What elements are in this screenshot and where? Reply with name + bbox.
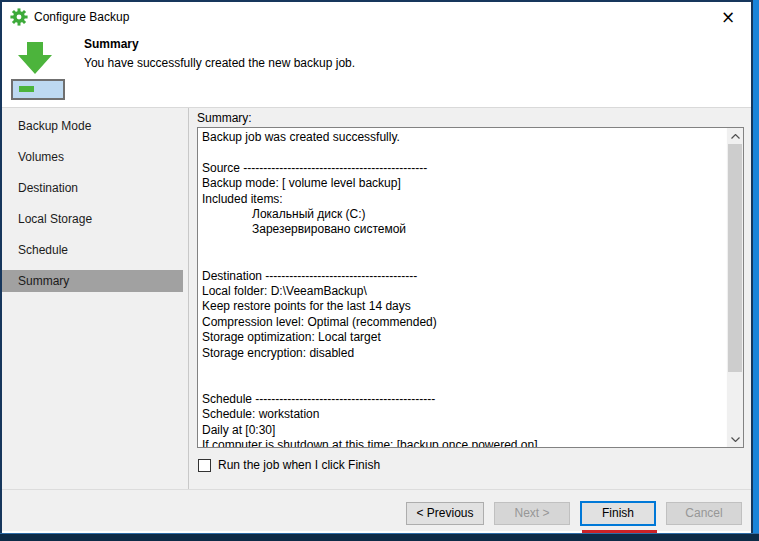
content-area: Backup Mode Volumes Destination Local St… bbox=[2, 107, 751, 531]
sidebar-item-destination[interactable]: Destination bbox=[2, 177, 183, 199]
summary-scrollbar[interactable] bbox=[726, 128, 743, 447]
run-job-checkbox-label: Run the job when I click Finish bbox=[218, 458, 380, 472]
sidebar-item-local-storage[interactable]: Local Storage bbox=[2, 208, 183, 230]
sidebar-item-volumes[interactable]: Volumes bbox=[2, 146, 183, 168]
next-button: Next > bbox=[494, 502, 570, 525]
summary-textbox[interactable]: Backup job was created successfully. Sou… bbox=[197, 127, 744, 448]
summary-field-label: Summary: bbox=[197, 111, 252, 125]
step-description: You have successfully created the new ba… bbox=[84, 56, 355, 70]
close-icon[interactable]: × bbox=[717, 6, 739, 28]
footer-divider bbox=[2, 489, 751, 490]
cancel-button: Cancel bbox=[666, 502, 742, 525]
scroll-up-icon[interactable] bbox=[727, 128, 743, 144]
sidebar-divider bbox=[188, 108, 189, 489]
scroll-down-icon[interactable] bbox=[727, 431, 743, 447]
run-job-row: Run the job when I click Finish bbox=[198, 458, 380, 472]
backup-drive-arrow-icon bbox=[9, 38, 67, 100]
step-title: Summary bbox=[84, 37, 139, 51]
configure-backup-dialog: Configure Backup × Summary You have succ… bbox=[0, 0, 753, 533]
sidebar-item-backup-mode[interactable]: Backup Mode bbox=[2, 115, 183, 137]
window-bottom-edge bbox=[0, 533, 759, 541]
finish-button[interactable]: Finish bbox=[580, 501, 656, 526]
scrollbar-thumb[interactable] bbox=[728, 144, 742, 372]
sidebar-item-schedule[interactable]: Schedule bbox=[2, 239, 183, 261]
run-job-checkbox[interactable] bbox=[198, 459, 211, 472]
wizard-steps-sidebar: Backup Mode Volumes Destination Local St… bbox=[2, 115, 183, 301]
title-bar[interactable]: Configure Backup × bbox=[2, 2, 751, 33]
veeam-gear-icon bbox=[10, 8, 28, 26]
previous-button[interactable]: < Previous bbox=[406, 502, 484, 525]
summary-text: Backup job was created successfully. Sou… bbox=[202, 130, 725, 447]
window-title: Configure Backup bbox=[34, 10, 129, 24]
sidebar-item-summary[interactable]: Summary bbox=[2, 270, 183, 292]
